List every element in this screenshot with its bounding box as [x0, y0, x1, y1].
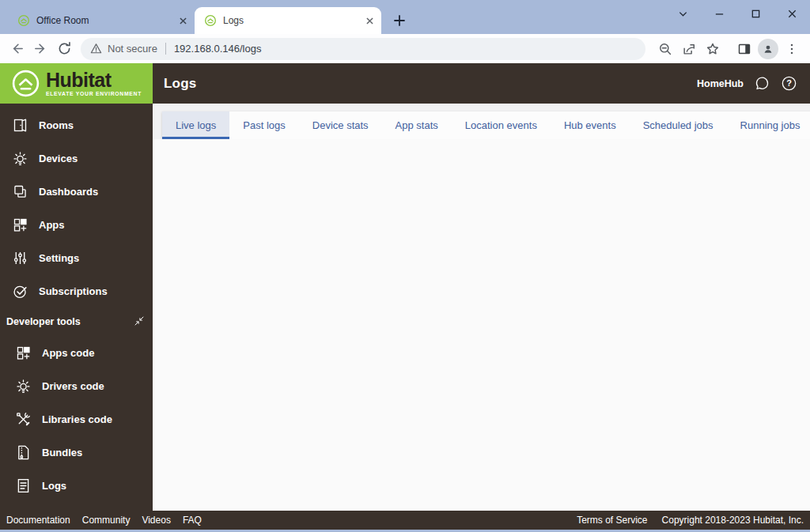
- check-circle-icon: [12, 283, 28, 300]
- chat-bubble-icon[interactable]: [754, 75, 770, 92]
- footer-link-community[interactable]: Community: [82, 515, 131, 526]
- back-button[interactable]: [5, 37, 28, 61]
- share-icon[interactable]: [677, 37, 701, 61]
- sidebar-item-label: Settings: [39, 252, 79, 264]
- browser-toolbar: Not secure 192.168.0.146/logs: [0, 34, 810, 63]
- profile-avatar-icon[interactable]: [756, 37, 780, 61]
- sidebar-item-devices[interactable]: Devices: [0, 141, 153, 175]
- sidebar-item-bundles[interactable]: Bundles: [0, 436, 153, 469]
- help-icon[interactable]: ?: [781, 75, 797, 92]
- sidebar-item-label: Drivers code: [42, 380, 104, 392]
- brand-tagline: ELEVATE YOUR ENVIRONMENT: [46, 91, 142, 96]
- developer-tools-label: Developer tools: [6, 316, 81, 327]
- sidebar-item-label: Devices: [39, 153, 78, 164]
- browser-tabstrip: Office Room Logs: [8, 7, 411, 34]
- page-header: Logs HomeHub ?: [153, 63, 810, 104]
- sidebar-item-label: Bundles: [42, 447, 82, 458]
- hubitat-logo[interactable]: Hubitat ELEVATE YOUR ENVIRONMENT: [0, 63, 153, 104]
- side-panel-icon[interactable]: [732, 37, 756, 61]
- browser-tab-office-room[interactable]: Office Room: [8, 7, 195, 34]
- page-title: Logs: [164, 76, 196, 92]
- tools-icon: [15, 411, 32, 428]
- sidebar-item-label: Apps: [39, 219, 65, 231]
- footer-link-videos[interactable]: Videos: [142, 515, 170, 526]
- maximize-button[interactable]: [737, 0, 774, 27]
- brand-name: Hubitat: [46, 70, 112, 90]
- reload-button[interactable]: [52, 37, 76, 61]
- sidebar-item-rooms[interactable]: Rooms: [0, 108, 153, 141]
- forward-button[interactable]: [28, 37, 52, 61]
- tab-title: Logs: [223, 15, 357, 26]
- not-secure-warning-icon: [90, 43, 102, 55]
- footer-link-documentation[interactable]: Documentation: [6, 515, 70, 526]
- sidebar-item-label: Libraries code: [42, 413, 112, 425]
- sidebar-item-label: Logs: [42, 480, 66, 492]
- sidebar-item-dashboards[interactable]: Dashboards: [0, 175, 153, 208]
- window-controls: [664, 0, 810, 27]
- url-text: 192.168.0.146/logs: [174, 43, 262, 55]
- live-logs-body: [153, 139, 810, 511]
- tab-search-chevron-icon[interactable]: [664, 0, 701, 27]
- tab-hub-events[interactable]: Hub events: [551, 111, 630, 139]
- svg-text:?: ?: [786, 78, 792, 88]
- collapse-icon[interactable]: [134, 315, 145, 329]
- grid-plus-icon: [12, 217, 28, 233]
- tab-close-icon[interactable]: [176, 14, 190, 28]
- sidebar-item-label: Subscriptions: [39, 285, 108, 297]
- sidebar-item-settings[interactable]: Settings: [0, 241, 153, 274]
- tab-location-events[interactable]: Location events: [452, 111, 551, 139]
- sidebar: Rooms Devices Dashboards Apps Settings S…: [0, 104, 153, 511]
- footer: Documentation Community Videos FAQ Terms…: [0, 511, 810, 530]
- grid-plus-icon: [15, 345, 32, 361]
- sidebar-item-drivers-code[interactable]: Drivers code: [0, 369, 153, 402]
- door-icon: [12, 117, 28, 134]
- tab-app-stats[interactable]: App stats: [382, 111, 452, 139]
- document-icon: [15, 477, 32, 494]
- tab-scheduled-jobs[interactable]: Scheduled jobs: [630, 111, 727, 139]
- sidebar-item-label: Apps code: [42, 347, 94, 359]
- new-tab-button[interactable]: [388, 9, 411, 32]
- logs-tabs-row: Live logs Past logs Device stats App sta…: [162, 111, 801, 139]
- minimize-button[interactable]: [701, 0, 737, 27]
- bulb-icon: [12, 150, 28, 167]
- logs-tabstrip: Live logs Past logs Device stats App sta…: [162, 111, 810, 139]
- site-header: Hubitat ELEVATE YOUR ENVIRONMENT Logs Ho…: [0, 63, 810, 104]
- browser-window: Office Room Logs Not secure 192.168.0.: [0, 0, 810, 532]
- sidebar-item-label: Rooms: [39, 119, 74, 131]
- tab-title: Office Room: [36, 15, 170, 26]
- hubitat-favicon-icon: [17, 14, 30, 27]
- sidebar-item-label: Dashboards: [39, 186, 98, 198]
- bookmark-star-icon[interactable]: [701, 37, 725, 61]
- security-label: Not secure: [108, 43, 157, 55]
- browser-titlebar: Office Room Logs: [0, 0, 810, 34]
- close-window-button[interactable]: [774, 0, 810, 27]
- omnibox-divider: [165, 43, 166, 55]
- footer-copyright: Copyright 2018-2023 Hubitat, Inc.: [662, 515, 804, 526]
- menu-kebab-icon[interactable]: [780, 37, 804, 61]
- zip-file-icon: [15, 444, 32, 461]
- tab-device-stats[interactable]: Device stats: [299, 111, 382, 139]
- sidebar-item-libraries-code[interactable]: Libraries code: [0, 402, 153, 436]
- sliders-icon: [12, 250, 28, 266]
- sidebar-item-apps[interactable]: Apps: [0, 208, 153, 241]
- bulb-icon: [15, 378, 32, 394]
- hubitat-house-icon: [11, 69, 40, 98]
- hubitat-favicon-icon: [204, 14, 217, 27]
- sidebar-item-subscriptions[interactable]: Subscriptions: [0, 274, 153, 308]
- tab-running-jobs[interactable]: Running jobs: [727, 111, 810, 139]
- zoom-out-icon[interactable]: [653, 37, 677, 61]
- layers-icon: [12, 183, 28, 200]
- address-bar[interactable]: Not secure 192.168.0.146/logs: [81, 38, 645, 60]
- hub-name[interactable]: HomeHub: [697, 78, 744, 89]
- browser-tab-logs[interactable]: Logs: [195, 7, 381, 34]
- footer-link-terms[interactable]: Terms of Service: [577, 515, 647, 526]
- main-content: Live logs Past logs Device stats App sta…: [153, 104, 810, 511]
- tab-close-icon[interactable]: [363, 14, 377, 28]
- tab-past-logs[interactable]: Past logs: [229, 111, 298, 139]
- sidebar-item-logs[interactable]: Logs: [0, 469, 153, 502]
- sidebar-item-apps-code[interactable]: Apps code: [0, 336, 153, 369]
- tab-live-logs[interactable]: Live logs: [162, 111, 229, 139]
- developer-tools-header[interactable]: Developer tools: [0, 308, 153, 336]
- hubitat-wordmark: Hubitat ELEVATE YOUR ENVIRONMENT: [46, 70, 142, 96]
- footer-link-faq[interactable]: FAQ: [183, 515, 202, 526]
